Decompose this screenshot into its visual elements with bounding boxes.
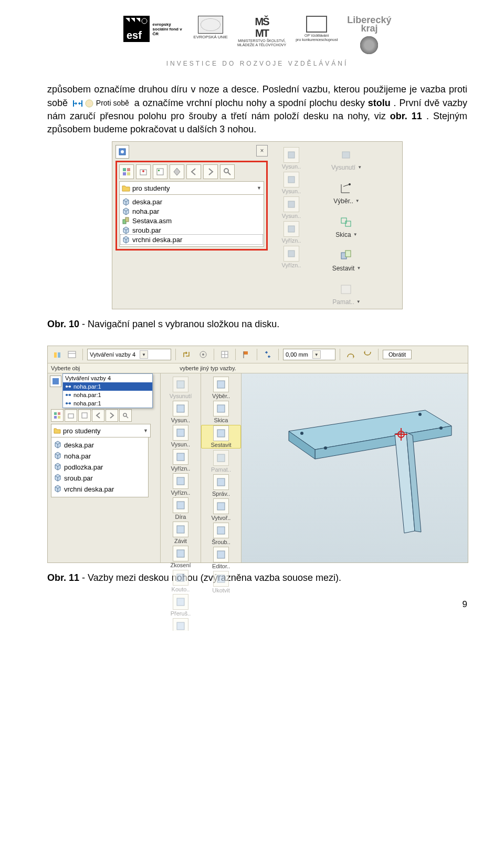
tool-button[interactable]: Zkosení	[161, 546, 201, 568]
part-icon	[54, 473, 62, 483]
toolbar-icon[interactable]	[153, 164, 167, 179]
lock-icon[interactable]	[261, 348, 274, 361]
chevron-down-icon[interactable]: ▼	[312, 350, 321, 359]
kraj-logo: Liberecký kraj	[347, 16, 391, 56]
tool-button[interactable]: Vytvoř..	[201, 498, 241, 521]
tool-label: Ukotvit	[212, 587, 230, 593]
tool-label: Vysun..	[282, 188, 301, 194]
mid-right-tools: Výběr..SkicaSestavitPamat..Správ..Vytvoř…	[201, 373, 242, 562]
search-icon[interactable]	[119, 409, 132, 422]
tool-button[interactable]: Vysun..	[273, 172, 310, 194]
toolbar-icon[interactable]	[180, 348, 193, 361]
dropdown-label: Vytváření vazby 4	[63, 374, 152, 382]
svg-rect-7	[123, 168, 126, 171]
tool-button[interactable]: Vysun..	[161, 401, 201, 423]
toolbar-icon[interactable]	[51, 409, 64, 422]
flag-icon[interactable]	[240, 348, 253, 361]
folder-combo[interactable]: pro studenty ▼	[51, 424, 151, 437]
back-icon[interactable]	[186, 164, 201, 179]
tool-button[interactable]: Výběr..	[201, 377, 241, 399]
tool-label: Díra	[175, 514, 186, 520]
file-row[interactable]: deska.par	[52, 440, 147, 451]
file-row[interactable]: vrchni deska.par	[121, 235, 262, 244]
file-row[interactable]: sroub.par	[52, 473, 147, 484]
chevron-down-icon[interactable]: ▼	[143, 428, 148, 433]
folder-combo[interactable]: pro studenty ▼	[119, 181, 264, 195]
svg-rect-102	[217, 478, 225, 486]
tool-button[interactable]: Vysun..	[273, 196, 310, 219]
panel-tab-icon[interactable]	[50, 376, 61, 387]
tool-icon	[213, 474, 229, 490]
tool-button[interactable]: Šroub..	[201, 523, 241, 545]
svg-rect-98	[217, 381, 225, 388]
tool-button[interactable]: Skica	[201, 401, 241, 423]
file-row[interactable]: vrchni deska.par	[52, 484, 147, 495]
toolbar-icon[interactable]	[170, 164, 184, 179]
file-name: sroub.par	[132, 226, 161, 234]
forward-icon[interactable]	[106, 409, 118, 422]
caption-10-b: Obr. 10	[47, 319, 79, 329]
toolbar-icon[interactable]	[66, 348, 78, 361]
tool-button[interactable]: Závit	[161, 522, 201, 544]
toolbar-icon[interactable]	[119, 164, 134, 179]
toolbar-icon[interactable]	[65, 409, 77, 422]
file-row[interactable]: Sestava.asm	[121, 216, 262, 225]
part-icon	[54, 451, 62, 461]
toolbar-icon[interactable]	[51, 348, 64, 361]
tool-button[interactable]: Vyřízn..	[161, 449, 201, 472]
tool-button[interactable]: Správ..	[201, 474, 241, 497]
open-dropdown[interactable]: Vytváření vazby 4 noha.par:1noha.par:1no…	[62, 373, 153, 408]
p3: stolu	[368, 98, 391, 108]
search-icon[interactable]	[220, 164, 235, 179]
chevron-down-icon: ▼	[353, 232, 358, 237]
forward-icon[interactable]	[203, 164, 218, 179]
tool-button[interactable]: Vysun..	[273, 147, 310, 170]
svg-point-6	[121, 150, 124, 153]
reverse-button[interactable]: Obrátit	[383, 350, 412, 359]
tool-button[interactable]: Vyřízn..	[161, 473, 201, 496]
tool-button[interactable]: Sestavit▼	[315, 248, 378, 272]
dropdown-item[interactable]: noha.par:1	[63, 391, 152, 399]
file-row[interactable]: podlozka.par	[52, 462, 147, 473]
tool-button[interactable]: Vyřízn..	[273, 221, 310, 244]
inline-label: Proti sobě	[96, 98, 129, 109]
tool-icon	[213, 425, 229, 441]
close-icon[interactable]: ×	[256, 145, 268, 157]
toolbar-icon[interactable]	[344, 348, 357, 361]
offset-field[interactable]: 0,00 mm ▼	[283, 349, 335, 360]
constraint-combo[interactable]: Vytváření vazby 4 ▼	[87, 349, 171, 360]
model-canvas[interactable]	[242, 373, 468, 562]
toolbar-icon[interactable]	[136, 164, 151, 179]
file-row[interactable]: noha.par	[52, 451, 147, 462]
dropdown-item[interactable]: noha.par:1	[63, 382, 152, 391]
tool-button: Vysunutí	[161, 377, 201, 399]
file-name: deska.par	[64, 441, 94, 449]
tool-button[interactable]: Vysun..	[161, 425, 201, 447]
toolbar-icon[interactable]	[78, 409, 91, 422]
mid-toolbox: Vysun..Vysun..Vysun..Vyřízn..Vyřízn..	[273, 145, 310, 306]
file-row[interactable]: noha.par	[121, 206, 262, 216]
toolbar-icon[interactable]	[361, 348, 374, 361]
p5: obr. 11	[390, 111, 422, 121]
tool-button[interactable]: Díra	[161, 497, 201, 520]
file-row[interactable]: deska.par	[121, 197, 262, 206]
dropdown-item[interactable]: noha.par:1	[63, 399, 152, 408]
tool-button: Přeruš..	[161, 594, 201, 617]
file-row[interactable]: sroub.par	[121, 225, 262, 235]
chevron-down-icon[interactable]: ▼	[140, 350, 148, 359]
tool-label: Zkosení	[170, 562, 191, 568]
toolbar-icon[interactable]	[197, 348, 209, 361]
tool-icon	[173, 570, 188, 586]
panel-tab-icon[interactable]	[116, 145, 129, 159]
tool-button[interactable]: Výběr..▼	[315, 181, 378, 205]
file-list: deska.parnoha.parpodlozka.parsroub.parvr…	[51, 437, 149, 497]
tool-button[interactable]: Sestavit	[201, 425, 241, 449]
back-icon[interactable]	[92, 409, 104, 422]
chevron-down-icon[interactable]: ▼	[257, 185, 261, 191]
tool-button[interactable]: Vyřízn..	[273, 246, 310, 268]
tool-label: Sestavit	[211, 442, 231, 448]
tool-button[interactable]: Editor..	[201, 547, 241, 569]
toolbar-icon[interactable]	[218, 348, 231, 361]
esf-text: evropský sociální fond v ČR	[153, 22, 184, 36]
tool-button[interactable]: Skica▼	[315, 214, 378, 238]
